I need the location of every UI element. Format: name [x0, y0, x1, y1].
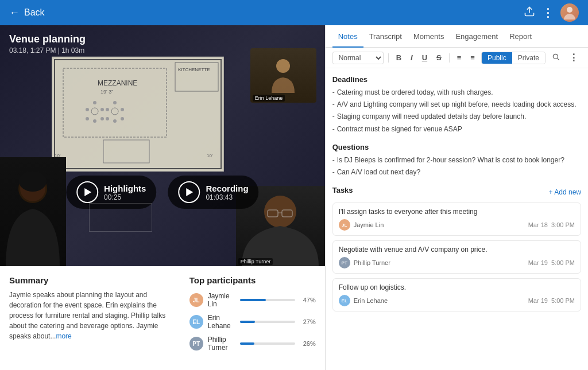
- svg-point-19: [121, 117, 124, 120]
- back-button[interactable]: ← Back: [9, 7, 45, 19]
- more-options-icon[interactable]: ⋮: [542, 6, 554, 20]
- tasks-title: Tasks: [332, 186, 353, 194]
- user-avatar[interactable]: [560, 3, 579, 22]
- highlights-play-icon: [76, 181, 98, 203]
- recording-play-icon: [178, 181, 200, 203]
- deadlines-list: Catering must be ordered today, with rus…: [332, 87, 581, 135]
- summary-text: Jaymie speaks about planning the layout …: [9, 290, 178, 341]
- task-avatar-2: PT: [339, 257, 350, 268]
- upload-icon[interactable]: [524, 6, 535, 20]
- svg-point-10: [100, 108, 104, 111]
- right-panel: Notes Transcript Moments Engagement Repo…: [325, 25, 588, 370]
- task-assignee-1: Jaymie Lin: [354, 221, 384, 228]
- highlights-info: Highlights 00:25: [104, 184, 146, 201]
- back-arrow-icon: ←: [9, 7, 20, 19]
- back-label: Back: [24, 7, 45, 18]
- notes-toolbar: Normal Heading 1 Heading 2 B I U S ≡ ≡ P…: [326, 48, 588, 68]
- recording-time: 01:03:43: [206, 193, 248, 201]
- highlights-label: Highlights: [104, 184, 146, 193]
- play-triangle: [84, 188, 91, 196]
- svg-rect-2: [52, 57, 224, 172]
- video-title: Venue planning: [9, 33, 316, 45]
- svg-point-26: [276, 59, 290, 73]
- svg-point-1: [567, 7, 572, 13]
- deadline-item-3: Staging company will need updated detail…: [332, 111, 581, 122]
- tasks-header: Tasks + Add new: [332, 186, 581, 198]
- participant-bar-2: [240, 321, 255, 323]
- italic-button[interactable]: I: [408, 52, 416, 63]
- search-button[interactable]: [549, 52, 563, 64]
- task-date-2: Mar 19 5:00 PM: [528, 259, 575, 266]
- tab-moments[interactable]: Moments: [408, 25, 450, 48]
- participants-section: Top participants JL Jaymie Lin 47% EL Er…: [189, 275, 316, 361]
- tab-report[interactable]: Report: [504, 25, 537, 48]
- recording-play-button[interactable]: Recording 01:03:43: [168, 176, 258, 209]
- svg-point-18: [106, 117, 109, 120]
- participant-name-1: Jaymie Lin: [208, 292, 235, 308]
- visibility-toggle: Public Private: [481, 52, 546, 64]
- participant-name-2: Erin Lehane: [208, 314, 235, 330]
- summary-more-link[interactable]: more: [56, 332, 71, 340]
- bold-button[interactable]: B: [393, 52, 404, 63]
- more-format-button[interactable]: ≡: [467, 52, 478, 63]
- question-item-1: Is DJ Bleeps is confirmed for 2-hour ses…: [332, 155, 581, 166]
- format-select[interactable]: Normal Heading 1 Heading 2: [332, 52, 384, 64]
- deadline-item-4: Contract must be signed for venue ASAP: [332, 124, 581, 135]
- svg-text:MEZZANINE: MEZZANINE: [98, 79, 137, 87]
- strikethrough-button[interactable]: S: [434, 52, 444, 63]
- toolbar-separator-2: [449, 53, 450, 63]
- participant-name-label-1: Erin Lehane: [253, 95, 285, 102]
- task-avatar-1: JL: [339, 219, 350, 231]
- svg-point-12: [100, 117, 104, 120]
- svg-point-34: [553, 54, 558, 59]
- task-meta-1: JL Jaymie Lin Mar 18 3:00 PM: [339, 219, 575, 231]
- svg-point-16: [106, 108, 109, 111]
- svg-point-11: [86, 117, 89, 120]
- recording-label: Recording: [206, 184, 248, 193]
- participant-name-label-3: Phillip Turner: [238, 258, 273, 265]
- header: ← Back ⋮: [0, 0, 588, 25]
- play-triangle-2: [186, 188, 193, 196]
- summary-section: Summary Jaymie speaks about planning the…: [9, 275, 178, 361]
- questions-title: Questions: [332, 143, 581, 151]
- task-card-3: Follow up on logistics. EL Erin Lehane M…: [332, 278, 581, 311]
- svg-point-15: [113, 101, 117, 104]
- add-task-button[interactable]: + Add new: [549, 188, 581, 196]
- private-button[interactable]: Private: [512, 52, 545, 64]
- participant-row-1: JL Jaymie Lin 47%: [189, 292, 316, 308]
- participant-bar-wrap-1: [240, 299, 295, 301]
- task-meta-2: PT Phillip Turner Mar 19 5:00 PM: [339, 257, 575, 268]
- align-left-button[interactable]: ≡: [454, 52, 465, 63]
- svg-point-30: [264, 196, 296, 228]
- svg-point-20: [113, 119, 117, 123]
- task-assignee-2: Phillip Turner: [354, 259, 390, 266]
- svg-text:10': 10': [207, 153, 213, 158]
- participant-bar-wrap-2: [240, 321, 295, 323]
- task-text-2: Negotiate with venue and A/V company on …: [339, 246, 575, 254]
- participant-avatar-2: EL: [189, 315, 203, 329]
- svg-point-8: [93, 101, 96, 104]
- svg-text:KITCHENETTE: KITCHENETTE: [178, 67, 210, 72]
- public-button[interactable]: Public: [482, 52, 512, 64]
- svg-text:19' 3": 19' 3": [100, 89, 113, 95]
- highlights-time: 00:25: [104, 193, 146, 201]
- participant-pct-1: 47%: [300, 297, 316, 303]
- task-date-3: Mar 19 5:00 PM: [528, 297, 575, 304]
- tab-transcript[interactable]: Transcript: [363, 25, 408, 48]
- svg-point-13: [93, 119, 96, 123]
- underline-button[interactable]: U: [419, 52, 430, 63]
- tab-notes[interactable]: Notes: [332, 25, 363, 48]
- questions-list: Is DJ Bleeps is confirmed for 2-hour ses…: [332, 155, 581, 178]
- question-item-2: Can A/V load out next day?: [332, 167, 581, 178]
- main-layout: MEZZANINE 19' 3" KITCHENETTE: [0, 25, 588, 370]
- participant-pct-2: 27%: [300, 318, 316, 325]
- more-options-button[interactable]: ⋮: [566, 51, 581, 64]
- floor-plan-table-overlay: [89, 203, 152, 232]
- task-card-2: Negotiate with venue and A/V company on …: [332, 240, 581, 274]
- participants-title: Top participants: [189, 275, 316, 285]
- task-meta-3: EL Erin Lehane Mar 19 5:00 PM: [339, 295, 575, 306]
- tab-engagement[interactable]: Engagement: [450, 25, 504, 48]
- task-card-1: I'll assign tasks to everyone after this…: [332, 202, 581, 236]
- toolbar-separator-1: [388, 53, 389, 63]
- task-text-1: I'll assign tasks to everyone after this…: [339, 208, 575, 216]
